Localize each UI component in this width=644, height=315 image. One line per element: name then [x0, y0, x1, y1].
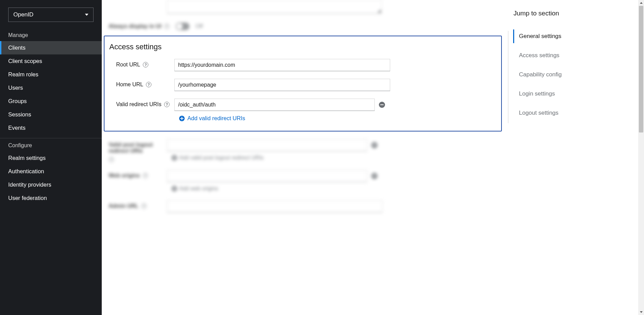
add-web-origins-label: Add web origins [179, 186, 218, 192]
jump-link-general-settings[interactable]: General settings [513, 27, 628, 46]
sidebar-item-identity-providers[interactable]: Identity providers [0, 178, 102, 191]
jump-link-logout-settings[interactable]: Logout settings [513, 103, 628, 123]
help-icon: ? [164, 24, 170, 29]
sidebar-item-users[interactable]: Users [0, 81, 102, 94]
root-url-input[interactable] [174, 59, 390, 71]
add-post-logout-link[interactable]: Add valid post logout redirect URIs [172, 155, 263, 161]
sidebar-item-realm-roles[interactable]: Realm roles [0, 68, 102, 81]
access-settings-title: Access settings [109, 42, 496, 51]
jump-to-section-title: Jump to section [513, 10, 628, 17]
always-display-toggle[interactable] [176, 23, 189, 30]
post-logout-label: Valid post logout redirect URIs [109, 142, 167, 154]
blurred-below: Valid post logout redirect URIs ? Add va… [102, 139, 508, 213]
root-url-label: Root URL [116, 62, 140, 68]
scroll-thumb[interactable] [639, 6, 643, 133]
add-post-logout-label: Add valid post logout redirect URIs [179, 155, 263, 161]
vertical-scrollbar[interactable] [638, 0, 644, 315]
sidebar-item-authentication[interactable]: Authentication [0, 165, 102, 178]
admin-url-input[interactable] [167, 200, 383, 213]
home-url-input[interactable] [174, 79, 390, 91]
toggle-off-label: Off [196, 23, 203, 29]
help-icon: ? [143, 173, 148, 178]
sidebar-item-groups[interactable]: Groups [0, 94, 102, 108]
chevron-down-icon [85, 14, 88, 16]
remove-post-logout-button[interactable] [371, 142, 377, 148]
help-icon[interactable]: ? [146, 82, 151, 87]
web-origins-input[interactable] [167, 170, 367, 182]
valid-redirect-input[interactable] [174, 99, 375, 111]
add-web-origins-link[interactable]: Add web origins [172, 186, 218, 192]
main-content: Always display in UI ? Off Access settin… [102, 0, 508, 315]
realm-selector[interactable]: OpenID [8, 8, 94, 22]
sidebar-item-user-federation[interactable]: User federation [0, 191, 102, 205]
add-valid-redirect-link[interactable]: Add valid redirect URIs [179, 115, 245, 122]
help-icon[interactable]: ? [143, 62, 148, 67]
post-logout-input[interactable] [167, 139, 367, 151]
plus-circle-icon [172, 155, 177, 161]
scroll-down-arrow-icon[interactable] [638, 309, 644, 315]
sidebar-item-clients[interactable]: Clients [0, 41, 102, 54]
help-icon: ? [109, 157, 114, 162]
remove-redirect-button[interactable] [379, 102, 385, 108]
sidebar-item-client-scopes[interactable]: Client scopes [0, 54, 102, 68]
scroll-up-arrow-icon[interactable] [638, 0, 644, 6]
always-display-label: Always display in UI [109, 23, 161, 29]
plus-circle-icon [172, 186, 177, 191]
jump-link-access-settings[interactable]: Access settings [513, 46, 628, 65]
plus-circle-icon [179, 116, 185, 121]
blurred-above: Always display in UI ? Off [102, 0, 508, 30]
admin-url-label: Admin URL [109, 203, 138, 209]
help-icon[interactable]: ? [164, 102, 170, 107]
valid-redirect-label: Valid redirect URIs [116, 101, 161, 108]
jump-to-section-panel: Jump to section General settings Access … [508, 0, 638, 315]
sidebar-item-sessions[interactable]: Sessions [0, 108, 102, 121]
add-valid-redirect-label: Add valid redirect URIs [187, 115, 245, 122]
jump-link-capability-config[interactable]: Capability config [513, 65, 628, 84]
realm-selector-label: OpenID [13, 11, 34, 18]
remove-web-origin-button[interactable] [371, 173, 377, 179]
home-url-label: Home URL [116, 81, 143, 88]
jump-link-login-settings[interactable]: Login settings [513, 84, 628, 103]
sidebar: OpenID Manage Clients Client scopes Real… [0, 0, 102, 315]
nav-section-configure: Configure [0, 138, 102, 151]
sidebar-item-events[interactable]: Events [0, 121, 102, 135]
nav-section-manage: Manage [0, 28, 102, 41]
sidebar-item-realm-settings[interactable]: Realm settings [0, 151, 102, 165]
help-icon: ? [141, 203, 147, 209]
access-settings-card: Access settings Root URL ? Home URL ? [104, 36, 502, 131]
web-origins-label: Web origins [109, 173, 140, 179]
